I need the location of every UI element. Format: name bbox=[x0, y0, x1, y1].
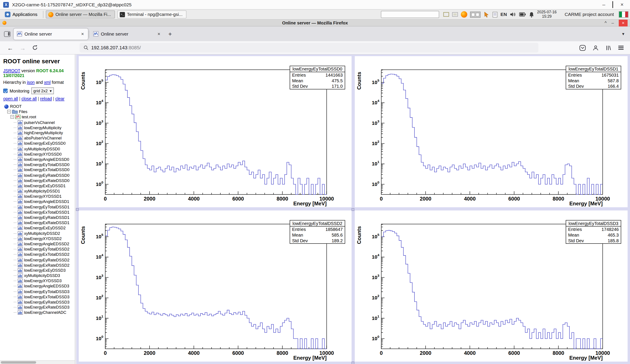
tree-item[interactable]: lowEnergyExTotalDSSD1 bbox=[3, 209, 73, 215]
tree-item[interactable]: lowEnergyAngleEDSSD1 bbox=[3, 199, 73, 204]
tree-item[interactable]: highEnergyMultiplicity bbox=[3, 130, 73, 136]
back-button[interactable]: ← bbox=[4, 44, 16, 51]
tab-online-server-1[interactable]: Online server × bbox=[14, 28, 88, 39]
notes-tray-icon[interactable] bbox=[492, 11, 498, 17]
tree-item[interactable]: absPulserVsChannel bbox=[3, 136, 73, 141]
tree-item[interactable]: lowEnergyEyRateDSSD0 bbox=[3, 173, 73, 178]
tree-item[interactable]: xyMultiplicityDSSD3 bbox=[3, 273, 73, 278]
tree-item[interactable]: lowEnergyEyTotalDSSD1 bbox=[3, 204, 73, 209]
pointer-tray-icon[interactable] bbox=[483, 11, 490, 17]
reload-icon[interactable] bbox=[32, 45, 38, 51]
close-button[interactable]: × bbox=[620, 2, 624, 7]
volume-icon[interactable] bbox=[510, 11, 516, 17]
tree-item[interactable]: lowEnergyExTotalDSSD3 bbox=[3, 294, 73, 299]
tree-item[interactable]: lowEnergyXYDSSD3 bbox=[3, 278, 73, 283]
tree-item[interactable]: lowEnergyChannelADC bbox=[3, 310, 73, 315]
firefox-view-icon[interactable] bbox=[4, 31, 10, 37]
tree-item[interactable]: lowEnergyExRateDSSD2 bbox=[3, 263, 73, 268]
xml-link[interactable]: xml bbox=[44, 80, 50, 85]
taskbar-task-firefox[interactable]: Online server — Mozilla Fi... bbox=[46, 10, 115, 18]
tab-online-server-2[interactable]: Online server × bbox=[90, 28, 164, 39]
clock[interactable]: 2025-07-16 15:29 bbox=[537, 10, 556, 19]
url-bar[interactable]: 192.168.207.143:8085/ bbox=[80, 43, 538, 53]
open-all-link[interactable]: open all bbox=[3, 96, 18, 101]
grid-resize-handle[interactable] bbox=[352, 362, 354, 364]
monitoring-checkbox[interactable] bbox=[3, 89, 8, 93]
tree-item[interactable]: lowEnergyExEyDSSD1 bbox=[3, 183, 73, 188]
tray-window-icon[interactable] bbox=[443, 11, 449, 17]
grid-resize-handle[interactable] bbox=[352, 208, 354, 211]
tree-item[interactable]: lowEnergyAngleEDSSD2 bbox=[3, 241, 73, 247]
minimize-button[interactable]: – bbox=[612, 21, 614, 25]
tree-item[interactable]: lowEnergyEyTotalDSSD2 bbox=[3, 247, 73, 252]
tree-item[interactable]: lowEnergyExTotalDSSD2 bbox=[3, 252, 73, 257]
tree-collapse-icon[interactable]: − bbox=[7, 110, 11, 114]
tree-item[interactable]: lowEnergyExRateDSSD1 bbox=[3, 220, 73, 225]
layout-select[interactable]: grid 2x2 ▾ bbox=[31, 87, 54, 94]
sidebar-hscrollbar[interactable] bbox=[0, 360, 75, 364]
tab-close-icon[interactable]: × bbox=[80, 31, 85, 37]
json-link[interactable]: json bbox=[27, 80, 34, 85]
shade-button[interactable]: ^ bbox=[605, 21, 607, 25]
list-all-tabs-icon[interactable]: ▾ bbox=[619, 31, 628, 36]
tree-item[interactable]: lowEnergyExEyDSSD2 bbox=[3, 225, 73, 231]
scrollbar-thumb[interactable] bbox=[1, 361, 36, 364]
tree-item[interactable]: pulserVsChannel bbox=[3, 120, 73, 125]
tree-item-label: lowEnergyExTotalDSSD1 bbox=[24, 210, 69, 214]
tree-item[interactable]: lowEnergyExTotalDSSD0 bbox=[3, 167, 73, 173]
stats-box[interactable]: lowEnergyEyTotalDSSD1Entries1675031Mean5… bbox=[566, 66, 621, 89]
clear-link[interactable]: clear bbox=[55, 96, 64, 101]
tree-item[interactable]: lowEnergyXYDSSD0 bbox=[3, 152, 73, 157]
forward-button[interactable]: → bbox=[16, 44, 29, 51]
tree-item[interactable]: lowEnergyMultiplicity bbox=[3, 125, 73, 130]
tree-item[interactable]: lowEnergyAngleEDSSD3 bbox=[3, 283, 73, 289]
jsroot-link[interactable]: JSROOT bbox=[3, 68, 20, 73]
keyboard-layout-indicator[interactable]: EN bbox=[500, 12, 507, 17]
close-button[interactable]: × bbox=[619, 19, 628, 26]
tree-item[interactable]: lowEnergyExEyDSSD3 bbox=[3, 268, 73, 273]
workspace-2[interactable] bbox=[476, 13, 480, 16]
tree-item[interactable]: lowEnergyXYDSSD1 bbox=[3, 194, 73, 199]
tree-item-file[interactable]: −test.root bbox=[3, 114, 73, 120]
maximize-button[interactable] bbox=[612, 2, 614, 7]
battery-icon[interactable] bbox=[519, 12, 526, 17]
notifications-bell-icon[interactable] bbox=[528, 11, 534, 17]
stats-box[interactable]: lowEnergyEyTotalDSSD0Entries1441663Mean4… bbox=[290, 66, 345, 89]
taskbar-input-box[interactable] bbox=[381, 11, 439, 18]
pocket-icon[interactable] bbox=[579, 45, 586, 51]
workspace-pager[interactable] bbox=[470, 11, 480, 17]
stats-box[interactable]: lowEnergyEyTotalDSSD3Entries1748246Mean4… bbox=[566, 220, 621, 244]
tree-item[interactable]: lowEnergyXYDSSD2 bbox=[3, 236, 73, 241]
tree-item[interactable]: lowEnergyExRateDSSD3 bbox=[3, 305, 73, 310]
tree-item[interactable]: lowEnergyExRateDSSD0 bbox=[3, 178, 73, 183]
tree-item[interactable]: xyMultiplicityDSSD0 bbox=[3, 146, 73, 152]
tree-item-files[interactable]: −Files bbox=[3, 109, 73, 114]
tree-item-root[interactable]: ROOT bbox=[3, 104, 73, 109]
tree-item[interactable]: lowEnergyEyTotalDSSD0 bbox=[3, 162, 73, 167]
italy-flag-icon[interactable] bbox=[619, 11, 628, 17]
menu-icon[interactable] bbox=[618, 45, 624, 51]
minimize-button[interactable]: – bbox=[602, 2, 605, 7]
stats-box[interactable]: lowEnergyEyTotalDSSD2Entries1858647Mean5… bbox=[290, 220, 345, 244]
library-icon[interactable] bbox=[606, 45, 612, 51]
tree-item[interactable]: xyMultiplicityDSSD1 bbox=[3, 188, 73, 193]
reload-link[interactable]: reload bbox=[40, 96, 52, 101]
tree-collapse-icon[interactable]: − bbox=[10, 115, 14, 119]
firefox-tray-icon[interactable] bbox=[461, 11, 467, 17]
tree-item[interactable]: lowEnergyEyRateDSSD2 bbox=[3, 257, 73, 262]
grid-resize-handle[interactable] bbox=[76, 208, 79, 211]
applications-menu-button[interactable]: Applications bbox=[2, 11, 40, 18]
tree-item[interactable]: lowEnergyEyTotalDSSD3 bbox=[3, 289, 73, 294]
tree-item[interactable]: lowEnergyEyRateDSSD3 bbox=[3, 299, 73, 305]
account-icon[interactable] bbox=[592, 45, 599, 51]
workspace-1[interactable] bbox=[471, 13, 475, 16]
tree-item[interactable]: lowEnergyAngleEDSSD0 bbox=[3, 157, 73, 162]
new-tab-button[interactable]: + bbox=[164, 30, 176, 37]
tree-item[interactable]: lowEnergyExEyDSSD0 bbox=[3, 141, 73, 146]
tab-close-icon[interactable]: × bbox=[157, 31, 161, 37]
tree-item[interactable]: xyMultiplicityDSSD2 bbox=[3, 231, 73, 236]
close-all-link[interactable]: close all bbox=[22, 96, 37, 101]
taskbar-task-terminal[interactable]: >_ Terminal - npg@carme-gsi... bbox=[118, 10, 186, 18]
tray-window-icon[interactable] bbox=[452, 11, 458, 17]
tree-item[interactable]: lowEnergyEyRateDSSD1 bbox=[3, 215, 73, 220]
